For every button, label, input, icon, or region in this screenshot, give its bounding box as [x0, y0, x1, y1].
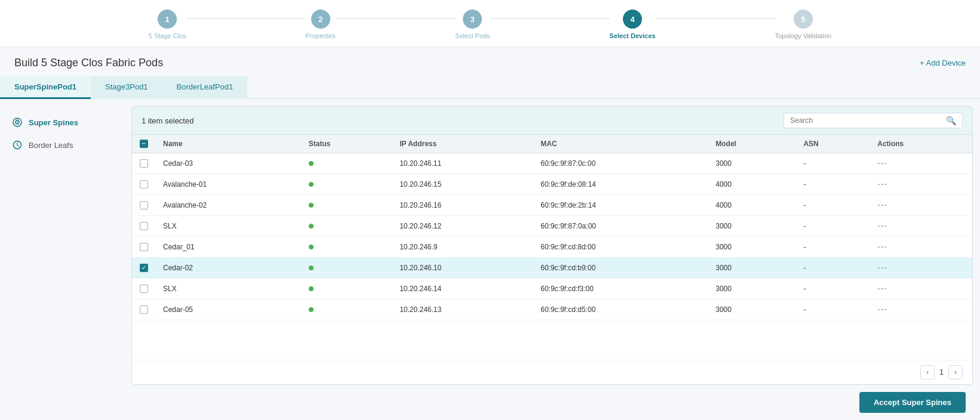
tab-stage3-pod[interactable]: Stage3Pod1: [91, 76, 162, 99]
row-name: Cedar-02: [156, 258, 302, 279]
row-model: 3000: [708, 216, 796, 237]
step-circle-3: 3: [463, 10, 482, 29]
row-checkbox-cell: [132, 174, 156, 195]
col-status: Status: [302, 135, 392, 153]
col-mac: MAC: [533, 135, 708, 153]
row-actions: ···: [870, 174, 972, 195]
devices-table: − Name Status IP Address MAC Model ASN A…: [132, 135, 972, 320]
row-status: [302, 174, 392, 195]
actions-menu-button[interactable]: ···: [877, 262, 887, 273]
search-input[interactable]: [790, 116, 941, 125]
sidebar-item-border-leafs[interactable]: Border Leafs: [0, 134, 131, 156]
row-name: SLX: [156, 279, 302, 299]
next-page-button[interactable]: ›: [948, 365, 963, 379]
row-mac: 60:9c:9f:de:08:14: [533, 174, 708, 195]
row-model: 3000: [708, 237, 796, 258]
step-label-3: Select Pods: [455, 32, 490, 39]
wizard-step-1[interactable]: 1 5 Stage Clos: [149, 10, 186, 39]
sidebar-item-super-spines[interactable]: Super Spines: [0, 111, 131, 134]
tab-super-spine-pod[interactable]: SuperSpinePod1: [0, 76, 91, 99]
row-ip: 10.20.246.12: [392, 216, 533, 237]
status-dot: [309, 182, 314, 187]
row-checkbox[interactable]: [140, 243, 148, 251]
wizard-step-3[interactable]: 3 Select Pods: [455, 10, 490, 39]
search-box: 🔍: [784, 113, 963, 128]
row-checkbox[interactable]: [140, 180, 148, 189]
status-dot: [309, 203, 314, 208]
actions-menu-button[interactable]: ···: [877, 221, 887, 231]
row-asn: -: [796, 174, 870, 195]
row-checkbox-cell: [132, 153, 156, 174]
actions-menu-button[interactable]: ···: [877, 304, 887, 314]
actions-menu-button[interactable]: ···: [877, 200, 887, 210]
status-dot: [309, 161, 314, 166]
table-row: Avalanche-01 10.20.246.15 60:9c:9f:de:08…: [132, 174, 972, 195]
row-actions: ···: [870, 153, 972, 174]
step-label-2: Properties: [306, 32, 336, 39]
row-name: Avalanche-02: [156, 195, 302, 216]
row-asn: -: [796, 299, 870, 320]
wizard-connector-3: [490, 18, 610, 19]
wizard-step-2[interactable]: 2 Properties: [306, 10, 336, 39]
row-actions: ···: [870, 195, 972, 216]
prev-page-button[interactable]: ‹: [920, 365, 935, 379]
actions-menu-button[interactable]: ···: [877, 179, 887, 189]
row-checkbox[interactable]: [140, 305, 148, 314]
row-status: [302, 279, 392, 299]
row-checkbox-cell: [132, 237, 156, 258]
row-mac: 60:9c:9f:cd:f3:00: [533, 279, 708, 299]
page-number: 1: [939, 368, 944, 376]
row-actions: ···: [870, 216, 972, 237]
row-checkbox-cell: ✓: [132, 258, 156, 279]
add-device-button[interactable]: + Add Device: [920, 58, 966, 67]
tab-border-leaf-pod[interactable]: BorderLeafPod1: [162, 76, 248, 99]
wizard-steps: 1 5 Stage Clos 2 Properties 3 Select Pod…: [149, 10, 831, 39]
actions-menu-button[interactable]: ···: [877, 242, 887, 252]
row-actions: ···: [870, 237, 972, 258]
row-name: Cedar-05: [156, 299, 302, 320]
row-checkbox[interactable]: ✓: [140, 264, 148, 272]
row-mac: 60:9c:9f:de:2b:14: [533, 195, 708, 216]
sidebar-label-super-spines: Super Spines: [29, 118, 78, 127]
row-checkbox[interactable]: [140, 222, 148, 230]
row-status: [302, 237, 392, 258]
sidebar-label-border-leafs: Border Leafs: [29, 141, 73, 150]
radar-icon: [12, 117, 23, 128]
step-circle-2: 2: [311, 10, 330, 29]
table-row: ✓ Cedar-02 10.20.246.10 60:9c:9f:cd:b9:0…: [132, 258, 972, 279]
row-mac: 60:9c:9f:cd:8d:00: [533, 237, 708, 258]
wizard-connector-1: [186, 18, 306, 19]
col-name: Name: [156, 135, 302, 153]
col-actions: Actions: [870, 135, 972, 153]
row-checkbox-cell: [132, 299, 156, 320]
row-ip: 10.20.246.10: [392, 258, 533, 279]
row-actions: ···: [870, 258, 972, 279]
row-checkbox[interactable]: [140, 285, 148, 293]
row-ip: 10.20.246.11: [392, 153, 533, 174]
row-actions: ···: [870, 279, 972, 299]
table-row: Avalanche-02 10.20.246.16 60:9c:9f:de:2b…: [132, 195, 972, 216]
row-ip: 10.20.246.16: [392, 195, 533, 216]
row-model: 3000: [708, 258, 796, 279]
col-asn: ASN: [796, 135, 870, 153]
row-asn: -: [796, 258, 870, 279]
accept-super-spines-button[interactable]: Accept Super Spines: [859, 392, 966, 413]
status-dot: [309, 286, 314, 291]
wizard-step-4[interactable]: 4 Select Devices: [610, 10, 656, 39]
row-name: Cedar-03: [156, 153, 302, 174]
row-checkbox[interactable]: [140, 159, 148, 168]
header-checkbox[interactable]: −: [140, 140, 148, 148]
col-checkbox: −: [132, 135, 156, 153]
wizard-bar: 1 5 Stage Clos 2 Properties 3 Select Pod…: [0, 0, 980, 47]
actions-menu-button[interactable]: ···: [877, 158, 887, 168]
row-ip: 10.20.246.13: [392, 299, 533, 320]
status-dot: [309, 245, 314, 249]
row-name: Cedar_01: [156, 237, 302, 258]
row-checkbox[interactable]: [140, 201, 148, 209]
row-mac: 60:9c:9f:87:0c:00: [533, 153, 708, 174]
actions-menu-button[interactable]: ···: [877, 283, 887, 294]
row-checkbox-cell: [132, 279, 156, 299]
status-dot: [309, 224, 314, 228]
table-header-row: − Name Status IP Address MAC Model ASN A…: [132, 135, 972, 153]
wizard-step-5[interactable]: 5 Topology Validation: [775, 10, 832, 39]
